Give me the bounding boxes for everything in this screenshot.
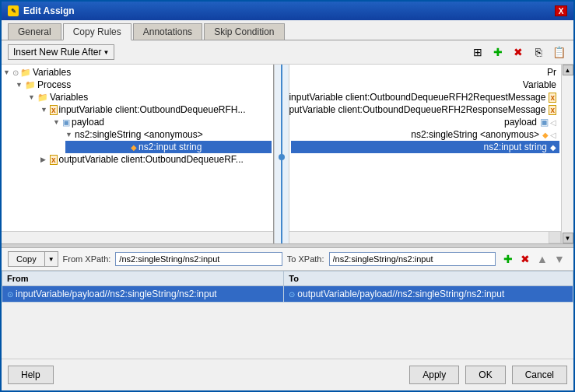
file-icon: ▣ — [540, 117, 549, 128]
rules-table: From To ⊙ inputVariable/payload//ns2:sin… — [2, 271, 573, 315]
tree-label: Variables — [50, 92, 88, 103]
copy-icon[interactable]: ⎘ — [530, 44, 547, 61]
grid-icon[interactable]: ⊞ — [469, 44, 486, 61]
expand-icon: ▼ — [28, 93, 36, 101]
from-column-header: From — [2, 271, 284, 286]
folder-icon: 📁 — [37, 93, 48, 103]
tree-label: inputVariable client:OutboundDequeueRFH2… — [289, 92, 545, 103]
left-tree: ▼ ⊙ 📁 Variables ▼ 📁 Process ▼ 📁 Variable… — [2, 65, 273, 231]
tree-label: ns2:input string — [138, 142, 202, 152]
tabs-bar: General Copy Rules Annotations Skip Cond… — [2, 20, 573, 40]
right-tree-panel: Pr Variable inputVariable client:Outboun… — [289, 65, 561, 243]
breadcrumb-icon: ⊙ — [12, 68, 19, 77]
bottom-bar: Help Apply OK Cancel — [2, 359, 573, 390]
insert-rule-dropdown-arrow: ▼ — [103, 49, 109, 56]
to-xpath-label: To XPath: — [287, 254, 324, 264]
variable-icon: x — [50, 155, 58, 165]
paste-icon[interactable]: 📋 — [550, 44, 567, 61]
toolbar-icon-group: ⊞ ✚ ✖ ⎘ 📋 — [469, 44, 567, 61]
right-item-single-string[interactable]: ns2:singleString <anonymous> ◆ ◁ — [291, 128, 559, 141]
title-bar: ✎ Edit Assign X — [2, 2, 573, 20]
tree-item-output-var[interactable]: ▶ x outputVariable client:OutboundDequeu… — [40, 153, 272, 166]
tree-label: ns2:singleString <anonymous> — [411, 129, 539, 140]
from-cell: ⊙ inputVariable/payload//ns2:singleStrin… — [2, 286, 284, 303]
right-tree-hscroll[interactable] — [289, 231, 549, 243]
apply-button[interactable]: Apply — [409, 366, 459, 384]
variable-icon: x — [549, 105, 556, 115]
tree-label: outputVariable client:OutboundDequeueRF.… — [59, 154, 244, 165]
row-var-icon: ⊙ — [289, 290, 295, 299]
table-row[interactable]: ⊙ inputVariable/payload//ns2:singleStrin… — [2, 286, 573, 303]
add-rule-icon[interactable]: ✚ — [500, 251, 516, 267]
main-vscroll[interactable]: ▲ ▼ — [561, 65, 573, 243]
from-xpath-label: From XPath: — [63, 254, 111, 264]
copy-bar: Copy ▼ From XPath: To XPath: ✚ ✖ ▲ ▼ — [2, 248, 573, 271]
right-item-payload[interactable]: payload ▣ ◁ — [291, 116, 559, 128]
tree-label: Variables — [33, 67, 71, 78]
variable-icon: x — [50, 105, 58, 115]
right-scroll-area — [289, 231, 561, 243]
collapse-icon: ◁ — [550, 131, 556, 139]
cancel-button[interactable]: Cancel — [512, 366, 567, 384]
scroll-up-btn[interactable]: ▲ — [563, 65, 573, 75]
tree-label: ns2:singleString <anonymous> — [75, 129, 203, 140]
main-toolbar: Insert New Rule After ▼ ⊞ ✚ ✖ ⎘ 📋 — [2, 40, 573, 65]
tree-item-ns2-input-in[interactable]: ◆ ns2:input string — [65, 141, 272, 153]
tree-label: inputVariable client:OutboundDequeueRFH.… — [59, 104, 246, 115]
tree-item-single-string-in[interactable]: ▼ ns2:singleString <anonymous> — [65, 128, 272, 141]
bottom-left-buttons: Help — [8, 366, 54, 384]
tab-general[interactable]: General — [8, 23, 61, 40]
to-xpath-input[interactable] — [329, 252, 496, 266]
right-item-input-var[interactable]: inputVariable client:OutboundDequeueRFH2… — [291, 91, 559, 103]
tab-copy-rules[interactable]: Copy Rules — [63, 23, 131, 40]
window-title: Edit Assign — [23, 5, 75, 16]
delete-icon[interactable]: ✖ — [510, 44, 527, 61]
help-button[interactable]: Help — [8, 366, 54, 384]
tab-annotations[interactable]: Annotations — [133, 23, 202, 40]
close-button[interactable]: X — [555, 5, 567, 16]
bottom-right-buttons: Apply OK Cancel — [409, 366, 567, 384]
copy-main-button[interactable]: Copy — [9, 252, 45, 266]
connector-dot — [279, 154, 285, 160]
from-xpath-input[interactable] — [115, 252, 282, 266]
tree-item-variables-root[interactable]: ▼ ⊙ 📁 Variables — [3, 66, 272, 79]
right-item-variable-label: Variable — [291, 79, 559, 91]
expand-icon: ▼ — [53, 118, 61, 126]
row-var-icon: ⊙ — [7, 290, 13, 299]
tree-label: Process — [37, 79, 71, 90]
tree-item-payload-in[interactable]: ▼ ▣ payload — [53, 116, 272, 128]
connector-area — [274, 65, 289, 243]
folder-icon: 📁 — [20, 68, 31, 78]
tree-item-process[interactable]: ▼ 📁 Process — [16, 79, 272, 91]
expand-icon: ▼ — [3, 68, 11, 76]
diamond-icon: ◆ — [550, 143, 556, 152]
copy-dropdown-arrow[interactable]: ▼ — [45, 254, 58, 265]
right-tree: Pr Variable inputVariable client:Outboun… — [289, 65, 561, 231]
tree-item-input-var[interactable]: ▼ x inputVariable client:OutboundDequeue… — [40, 103, 272, 116]
to-column-header: To — [284, 271, 573, 286]
tree-panels: ▼ ⊙ 📁 Variables ▼ 📁 Process ▼ 📁 Variable… — [2, 65, 573, 243]
folder-icon: 📁 — [25, 80, 36, 90]
right-item-ns2-input[interactable]: ns2:input string ◆ — [291, 141, 559, 153]
tab-skip-condition[interactable]: Skip Condition — [204, 23, 284, 40]
scroll-down-btn[interactable]: ▼ — [563, 233, 573, 243]
copy-rules-table: From To ⊙ inputVariable/payload//ns2:sin… — [2, 271, 573, 303]
left-tree-panel: ▼ ⊙ 📁 Variables ▼ 📁 Process ▼ 📁 Variable… — [2, 65, 274, 243]
tree-label: Pr — [547, 67, 556, 78]
move-up-icon[interactable]: ▲ — [535, 251, 550, 267]
expand-icon: ▼ — [65, 131, 73, 138]
to-cell: ⊙ outputVariable/payload//ns2:singleStri… — [284, 286, 573, 303]
add-icon[interactable]: ✚ — [489, 44, 507, 61]
tree-label: ns2:input string — [484, 142, 547, 152]
tree-label: payload — [72, 117, 104, 128]
ok-button[interactable]: OK — [465, 366, 505, 384]
delete-rule-icon[interactable]: ✖ — [517, 251, 533, 267]
tree-item-variables-process[interactable]: ▼ 📁 Variables — [28, 91, 272, 103]
tree-label: outputVariable client:OutboundDequeueRFH… — [289, 104, 545, 115]
right-item-pr: Pr — [291, 66, 559, 79]
collapse-icon: ◁ — [550, 118, 556, 127]
move-down-icon[interactable]: ▼ — [552, 251, 567, 267]
insert-rule-button[interactable]: Insert New Rule After ▼ — [8, 44, 114, 60]
right-item-output-var[interactable]: outputVariable client:OutboundDequeueRFH… — [291, 103, 559, 116]
left-tree-hscroll[interactable] — [2, 231, 273, 243]
